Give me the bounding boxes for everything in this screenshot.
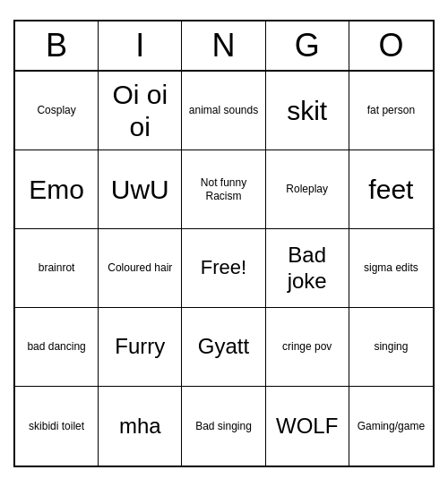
bingo-cell-23: WOLF (266, 387, 349, 466)
bingo-cell-12: Free! (182, 229, 265, 308)
bingo-cell-4: fat person (349, 72, 433, 150)
cell-text-19: singing (374, 340, 408, 353)
bingo-letter-B: B (15, 21, 99, 70)
bingo-cell-2: animal sounds (182, 72, 265, 150)
cell-text-10: brainrot (39, 261, 75, 274)
bingo-cell-13: Bad joke (266, 229, 349, 308)
cell-text-2: animal sounds (189, 104, 258, 116)
bingo-cell-14: sigma edits (349, 229, 433, 308)
bingo-cell-1: Oi oi oi (99, 72, 182, 150)
cell-text-1: Oi oi oi (102, 79, 177, 143)
bingo-cell-7: Not funny Racism (182, 150, 265, 229)
cell-text-0: Cosplay (37, 104, 75, 116)
bingo-cell-5: Emo (15, 150, 99, 229)
cell-text-21: mha (119, 414, 161, 440)
bingo-cell-0: Cosplay (15, 72, 99, 150)
bingo-header: BINGO (15, 21, 433, 72)
bingo-card: BINGO CosplayOi oi oianimal soundsskitfa… (13, 20, 435, 467)
bingo-cell-18: cringe pov (266, 308, 349, 387)
bingo-cell-6: UwU (99, 150, 182, 229)
cell-text-6: UwU (111, 174, 169, 206)
bingo-cell-8: Roleplay (266, 150, 349, 229)
cell-text-8: Roleplay (286, 183, 328, 195)
bingo-grid: CosplayOi oi oianimal soundsskitfat pers… (15, 72, 433, 466)
bingo-letter-I: I (99, 21, 182, 70)
bingo-cell-16: Furry (99, 308, 182, 387)
cell-text-7: Not funny Racism (185, 176, 261, 202)
bingo-cell-11: Coloured hair (99, 229, 182, 308)
bingo-cell-3: skit (266, 72, 349, 150)
bingo-cell-10: brainrot (15, 229, 99, 308)
bingo-cell-20: skibidi toilet (15, 387, 99, 466)
cell-text-13: Bad joke (270, 243, 345, 295)
bingo-cell-22: Bad singing (182, 387, 265, 466)
bingo-letter-N: N (182, 21, 265, 70)
cell-text-3: skit (287, 95, 327, 127)
cell-text-22: Bad singing (195, 420, 252, 432)
bingo-letter-O: O (349, 21, 433, 70)
cell-text-20: skibidi toilet (29, 420, 84, 432)
bingo-cell-17: Gyatt (182, 308, 265, 387)
cell-text-17: Gyatt (198, 334, 249, 360)
bingo-cell-9: feet (349, 150, 433, 229)
cell-text-16: Furry (115, 334, 165, 360)
cell-text-4: fat person (367, 104, 415, 116)
cell-text-18: cringe pov (282, 340, 332, 353)
cell-text-5: Emo (29, 174, 84, 206)
bingo-cell-21: mha (99, 387, 182, 466)
bingo-letter-G: G (266, 21, 349, 70)
cell-text-9: feet (368, 174, 413, 206)
cell-text-23: WOLF (276, 414, 338, 440)
cell-text-24: Gaming/game (358, 420, 425, 432)
bingo-cell-19: singing (349, 308, 433, 387)
cell-text-12: Free! (201, 256, 246, 279)
cell-text-11: Coloured hair (108, 261, 172, 274)
bingo-cell-15: bad dancing (15, 308, 99, 387)
bingo-cell-24: Gaming/game (349, 387, 433, 466)
cell-text-14: sigma edits (364, 261, 418, 274)
cell-text-15: bad dancing (27, 340, 85, 353)
